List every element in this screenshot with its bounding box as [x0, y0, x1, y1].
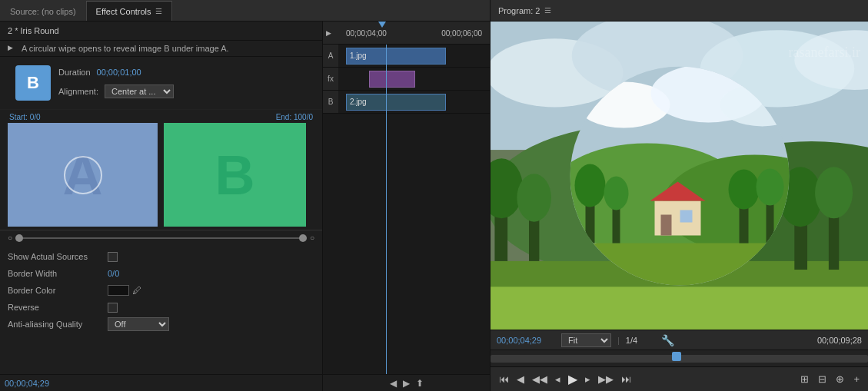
border-color-row: Border Color 🖊 [0, 282, 322, 299]
source-tab-label: Source: (no clips) [10, 7, 76, 16]
transport-next-frame[interactable]: ▸ [583, 373, 593, 385]
fit-select[interactable]: Fit [561, 333, 611, 347]
transport-fast-forward[interactable]: ▶▶ [596, 373, 616, 385]
timeline-ruler: ▶ 00;00;04;00 00;00;06;00 [323, 22, 490, 45]
track-a-label: A [323, 45, 338, 67]
timeline-start-timecode: 00;00;04;00 [346, 28, 387, 37]
settings-icon[interactable]: + [851, 373, 862, 385]
reverse-checkbox[interactable] [108, 303, 118, 313]
preview-play-button[interactable]: ▶ [8, 44, 17, 53]
properties-section: Show Actual Sources Border Width 0/0 Bor… [0, 245, 322, 374]
program-title: Program: 2 [498, 6, 540, 15]
slider-row: ○ ○ [0, 230, 322, 245]
program-controls-bar: 00;00;04;29 Fit | 1/4 🔧 00;00;09;28 [491, 330, 868, 350]
preview-letter-b: B [215, 144, 255, 207]
show-actual-sources-row: Show Actual Sources [0, 248, 322, 265]
program-monitor-panel: Program: 2 ☰ rasanefarsi.ir [491, 0, 868, 391]
preview-box-b[interactable]: B [164, 123, 306, 227]
program-playhead[interactable] [672, 352, 681, 361]
slider-left-icon: ○ [8, 234, 12, 242]
marker-out-icon[interactable]: ⊟ [816, 373, 829, 385]
end-label: End: 100/0 [276, 113, 313, 121]
track-a: A 1.jpg [323, 45, 490, 68]
track-b: B 2.jpg [323, 91, 490, 114]
effect-controls-panel: Source: (no clips) Effect Controls ☰ 2 *… [0, 0, 491, 391]
alignment-label: Alignment: [58, 87, 98, 96]
reverse-label: Reverse [8, 303, 108, 312]
marker-in-icon[interactable]: ⊞ [798, 373, 811, 385]
anti-aliasing-row: Anti-aliasing Quality Off [0, 316, 322, 333]
timeline-tracks: A 1.jpg fx B 2.jpg [323, 45, 490, 374]
program-menu-icon[interactable]: ☰ [544, 6, 551, 15]
transport-to-end[interactable]: ⏭ [619, 373, 634, 385]
circle-overlay [64, 156, 102, 194]
transport-step-back[interactable]: ◀ [514, 373, 527, 385]
tab-source[interactable]: Source: (no clips) [0, 1, 86, 21]
tab-effect-controls[interactable]: Effect Controls ☰ [86, 1, 172, 21]
svg-point-33 [604, 176, 628, 210]
anti-aliasing-select[interactable]: Off [108, 317, 169, 331]
tl-play-icon[interactable]: ▶ [326, 29, 331, 37]
border-width-value[interactable]: 0/0 [108, 269, 119, 278]
clip-b[interactable]: 2.jpg [346, 94, 446, 111]
transition-icon: B [15, 65, 51, 101]
eyedropper-icon[interactable]: 🖊 [132, 285, 141, 296]
slider-thumb-left[interactable] [15, 234, 23, 242]
duration-value[interactable]: 00;00;01;00 [97, 68, 141, 77]
tl-nav-export[interactable]: ⬆ [416, 378, 424, 389]
export-icon[interactable]: ⊕ [833, 373, 846, 385]
svg-rect-41 [680, 210, 692, 222]
program-fraction: 1/4 [626, 336, 657, 345]
slider-thumb-right[interactable] [299, 234, 307, 242]
border-color-swatch[interactable] [108, 285, 129, 296]
program-video-area[interactable]: rasanefarsi.ir [491, 22, 868, 330]
start-label: Start: 0/0 [9, 113, 41, 121]
program-monitor-header: Program: 2 ☰ [491, 0, 868, 22]
tl-nav-prev[interactable]: ◀ [390, 378, 397, 389]
svg-point-37 [756, 168, 783, 205]
transition-description: ▶ A circular wipe opens to reveal image … [0, 41, 322, 57]
controls-panel: 2 * Iris Round ▶ A circular wipe opens t… [0, 22, 323, 391]
alignment-row: Alignment: Center at ... [58, 83, 181, 103]
transport-prev-frame[interactable]: ◂ [553, 373, 563, 385]
circular-reveal [570, 66, 789, 285]
show-actual-sources-label: Show Actual Sources [8, 252, 108, 261]
tab-bar: Source: (no clips) Effect Controls ☰ [0, 0, 490, 22]
effect-controls-tab-label: Effect Controls [96, 7, 151, 16]
transition-slider[interactable] [15, 237, 307, 239]
program-total-timecode: 00;00;09;28 [817, 336, 862, 345]
clip-a-name: 1.jpg [350, 51, 367, 60]
clip-a[interactable]: 1.jpg [346, 48, 446, 65]
show-actual-sources-checkbox[interactable] [108, 252, 118, 262]
svg-point-31 [574, 164, 605, 207]
clip-fx[interactable] [369, 71, 415, 88]
alignment-select[interactable]: Center at ... [105, 84, 174, 98]
preview-labels: Start: 0/0 End: 100/0 [8, 113, 314, 121]
svg-rect-9 [491, 287, 868, 330]
wrench-icon[interactable]: 🔧 [661, 334, 674, 346]
program-current-timecode[interactable]: 00;00;04;29 [497, 336, 558, 345]
anti-aliasing-label: Anti-aliasing Quality [8, 320, 108, 329]
transport-rewind[interactable]: ◀◀ [530, 373, 550, 385]
duration-label: Duration [58, 68, 91, 77]
preview-area: Start: 0/0 End: 100/0 A B [0, 110, 322, 230]
icon-letter: B [27, 73, 39, 93]
preview-box-a[interactable]: A [8, 123, 158, 227]
preview-boxes: A B [8, 123, 314, 227]
timeline-end-timecode: 00;00;06;00 [441, 28, 482, 37]
track-fx-label: fx [323, 68, 338, 90]
transport-to-start[interactable]: ⏮ [497, 373, 511, 385]
border-width-row: Border Width 0/0 [0, 265, 322, 282]
effect-controls-menu-icon[interactable]: ☰ [155, 7, 162, 15]
timeline-bottom-nav: ◀ ▶ ⬆ [323, 374, 490, 391]
program-scrubber[interactable] [491, 350, 868, 366]
transport-play[interactable]: ▶ [566, 372, 580, 386]
bottom-timecode: 00;00;04;29 [5, 379, 49, 388]
svg-point-17 [815, 167, 853, 218]
reverse-row: Reverse [0, 299, 322, 316]
border-width-label: Border Width [8, 269, 108, 278]
program-right-icons: ⊞ ⊟ ⊕ + [798, 373, 862, 385]
slider-right-icon: ○ [310, 234, 314, 242]
transition-name: 2 * Iris Round [0, 22, 322, 41]
tl-nav-next[interactable]: ▶ [403, 378, 410, 389]
